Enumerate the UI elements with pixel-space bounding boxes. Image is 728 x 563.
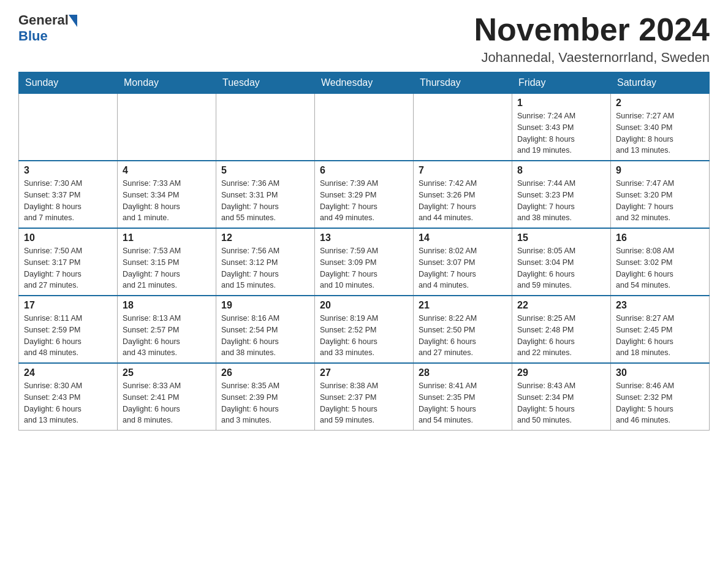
day-info: Sunrise: 8:13 AM Sunset: 2:57 PM Dayligh… — [123, 313, 211, 359]
calendar-cell: 29Sunrise: 8:43 AM Sunset: 2:34 PM Dayli… — [512, 363, 611, 431]
calendar-cell: 18Sunrise: 8:13 AM Sunset: 2:57 PM Dayli… — [118, 296, 216, 363]
calendar-cell: 16Sunrise: 8:08 AM Sunset: 3:02 PM Dayli… — [611, 228, 710, 296]
calendar-cell: 8Sunrise: 7:44 AM Sunset: 3:23 PM Daylig… — [512, 161, 611, 228]
calendar-week-row: 24Sunrise: 8:30 AM Sunset: 2:43 PM Dayli… — [19, 363, 710, 431]
calendar-cell: 30Sunrise: 8:46 AM Sunset: 2:32 PM Dayli… — [611, 363, 710, 431]
calendar-cell: 15Sunrise: 8:05 AM Sunset: 3:04 PM Dayli… — [512, 228, 611, 296]
calendar-cell: 21Sunrise: 8:22 AM Sunset: 2:50 PM Dayli… — [414, 296, 512, 363]
day-info: Sunrise: 7:50 AM Sunset: 3:17 PM Dayligh… — [24, 245, 112, 291]
day-number: 23 — [616, 300, 704, 311]
day-info: Sunrise: 7:44 AM Sunset: 3:23 PM Dayligh… — [517, 178, 605, 224]
weekday-header-friday: Friday — [512, 72, 611, 94]
day-number: 25 — [123, 367, 211, 378]
day-number: 17 — [24, 300, 112, 311]
day-number: 30 — [616, 367, 704, 378]
day-info: Sunrise: 8:05 AM Sunset: 3:04 PM Dayligh… — [517, 245, 605, 291]
calendar-cell: 23Sunrise: 8:27 AM Sunset: 2:45 PM Dayli… — [611, 296, 710, 363]
logo-arrow-icon — [69, 15, 77, 27]
weekday-header-saturday: Saturday — [611, 72, 710, 94]
calendar-cell: 6Sunrise: 7:39 AM Sunset: 3:29 PM Daylig… — [315, 161, 414, 228]
day-info: Sunrise: 8:27 AM Sunset: 2:45 PM Dayligh… — [616, 313, 704, 359]
calendar-cell: 25Sunrise: 8:33 AM Sunset: 2:41 PM Dayli… — [118, 363, 216, 431]
day-info: Sunrise: 8:33 AM Sunset: 2:41 PM Dayligh… — [123, 380, 211, 426]
calendar-cell: 1Sunrise: 7:24 AM Sunset: 3:43 PM Daylig… — [512, 94, 611, 161]
calendar-cell: 2Sunrise: 7:27 AM Sunset: 3:40 PM Daylig… — [611, 94, 710, 161]
calendar-cell: 20Sunrise: 8:19 AM Sunset: 2:52 PM Dayli… — [315, 296, 414, 363]
calendar-cell: 27Sunrise: 8:38 AM Sunset: 2:37 PM Dayli… — [315, 363, 414, 431]
calendar-week-row: 3Sunrise: 7:30 AM Sunset: 3:37 PM Daylig… — [19, 161, 710, 228]
logo: General Blue — [18, 12, 77, 44]
calendar-cell: 26Sunrise: 8:35 AM Sunset: 2:39 PM Dayli… — [216, 363, 315, 431]
calendar-cell: 10Sunrise: 7:50 AM Sunset: 3:17 PM Dayli… — [19, 228, 118, 296]
day-number: 2 — [616, 98, 704, 109]
logo-blue-text: Blue — [18, 28, 77, 44]
day-info: Sunrise: 7:39 AM Sunset: 3:29 PM Dayligh… — [320, 178, 408, 224]
calendar-cell: 22Sunrise: 8:25 AM Sunset: 2:48 PM Dayli… — [512, 296, 611, 363]
day-info: Sunrise: 7:30 AM Sunset: 3:37 PM Dayligh… — [24, 178, 112, 224]
day-number: 5 — [221, 165, 309, 176]
day-number: 18 — [123, 300, 211, 311]
calendar-cell: 11Sunrise: 7:53 AM Sunset: 3:15 PM Dayli… — [118, 228, 216, 296]
day-info: Sunrise: 8:08 AM Sunset: 3:02 PM Dayligh… — [616, 245, 704, 291]
day-info: Sunrise: 7:33 AM Sunset: 3:34 PM Dayligh… — [123, 178, 211, 224]
calendar-cell — [216, 94, 315, 161]
day-info: Sunrise: 8:30 AM Sunset: 2:43 PM Dayligh… — [24, 380, 112, 426]
day-number: 22 — [517, 300, 605, 311]
day-info: Sunrise: 7:27 AM Sunset: 3:40 PM Dayligh… — [616, 110, 704, 156]
calendar-cell — [118, 94, 216, 161]
calendar-cell: 28Sunrise: 8:41 AM Sunset: 2:35 PM Dayli… — [414, 363, 512, 431]
calendar-cell: 9Sunrise: 7:47 AM Sunset: 3:20 PM Daylig… — [611, 161, 710, 228]
calendar-cell — [19, 94, 118, 161]
day-info: Sunrise: 7:53 AM Sunset: 3:15 PM Dayligh… — [123, 245, 211, 291]
day-info: Sunrise: 8:02 AM Sunset: 3:07 PM Dayligh… — [419, 245, 507, 291]
day-number: 13 — [320, 232, 408, 243]
weekday-header-row: SundayMondayTuesdayWednesdayThursdayFrid… — [19, 72, 710, 94]
day-number: 16 — [616, 232, 704, 243]
day-info: Sunrise: 8:35 AM Sunset: 2:39 PM Dayligh… — [221, 380, 309, 426]
day-number: 29 — [517, 367, 605, 378]
calendar-cell: 5Sunrise: 7:36 AM Sunset: 3:31 PM Daylig… — [216, 161, 315, 228]
weekday-header-tuesday: Tuesday — [216, 72, 315, 94]
day-number: 21 — [419, 300, 507, 311]
weekday-header-wednesday: Wednesday — [315, 72, 414, 94]
day-number: 7 — [419, 165, 507, 176]
day-number: 14 — [419, 232, 507, 243]
day-info: Sunrise: 8:11 AM Sunset: 2:59 PM Dayligh… — [24, 313, 112, 359]
calendar-cell: 14Sunrise: 8:02 AM Sunset: 3:07 PM Dayli… — [414, 228, 512, 296]
calendar-cell: 4Sunrise: 7:33 AM Sunset: 3:34 PM Daylig… — [118, 161, 216, 228]
calendar-cell: 13Sunrise: 7:59 AM Sunset: 3:09 PM Dayli… — [315, 228, 414, 296]
day-number: 12 — [221, 232, 309, 243]
day-number: 28 — [419, 367, 507, 378]
day-number: 6 — [320, 165, 408, 176]
calendar-cell — [414, 94, 512, 161]
day-info: Sunrise: 8:25 AM Sunset: 2:48 PM Dayligh… — [517, 313, 605, 359]
day-info: Sunrise: 8:38 AM Sunset: 2:37 PM Dayligh… — [320, 380, 408, 426]
day-info: Sunrise: 7:56 AM Sunset: 3:12 PM Dayligh… — [221, 245, 309, 291]
day-info: Sunrise: 7:24 AM Sunset: 3:43 PM Dayligh… — [517, 110, 605, 156]
day-info: Sunrise: 8:41 AM Sunset: 2:35 PM Dayligh… — [419, 380, 507, 426]
logo-general-text: General — [18, 12, 69, 28]
day-number: 26 — [221, 367, 309, 378]
weekday-header-monday: Monday — [118, 72, 216, 94]
calendar-week-row: 10Sunrise: 7:50 AM Sunset: 3:17 PM Dayli… — [19, 228, 710, 296]
title-block: November 2024 Johannedal, Vaesternorrlan… — [474, 12, 710, 66]
weekday-header-sunday: Sunday — [19, 72, 118, 94]
calendar-week-row: 17Sunrise: 8:11 AM Sunset: 2:59 PM Dayli… — [19, 296, 710, 363]
day-number: 24 — [24, 367, 112, 378]
day-number: 3 — [24, 165, 112, 176]
calendar-cell: 3Sunrise: 7:30 AM Sunset: 3:37 PM Daylig… — [19, 161, 118, 228]
location-title: Johannedal, Vaesternorrland, Sweden — [474, 50, 710, 66]
day-info: Sunrise: 7:47 AM Sunset: 3:20 PM Dayligh… — [616, 178, 704, 224]
day-info: Sunrise: 8:43 AM Sunset: 2:34 PM Dayligh… — [517, 380, 605, 426]
day-info: Sunrise: 7:59 AM Sunset: 3:09 PM Dayligh… — [320, 245, 408, 291]
day-number: 20 — [320, 300, 408, 311]
day-info: Sunrise: 8:22 AM Sunset: 2:50 PM Dayligh… — [419, 313, 507, 359]
page-header: General Blue November 2024 Johannedal, V… — [18, 12, 710, 66]
day-number: 8 — [517, 165, 605, 176]
day-info: Sunrise: 7:36 AM Sunset: 3:31 PM Dayligh… — [221, 178, 309, 224]
day-info: Sunrise: 7:42 AM Sunset: 3:26 PM Dayligh… — [419, 178, 507, 224]
day-info: Sunrise: 8:16 AM Sunset: 2:54 PM Dayligh… — [221, 313, 309, 359]
day-number: 4 — [123, 165, 211, 176]
weekday-header-thursday: Thursday — [414, 72, 512, 94]
calendar-table: SundayMondayTuesdayWednesdayThursdayFrid… — [18, 72, 710, 431]
